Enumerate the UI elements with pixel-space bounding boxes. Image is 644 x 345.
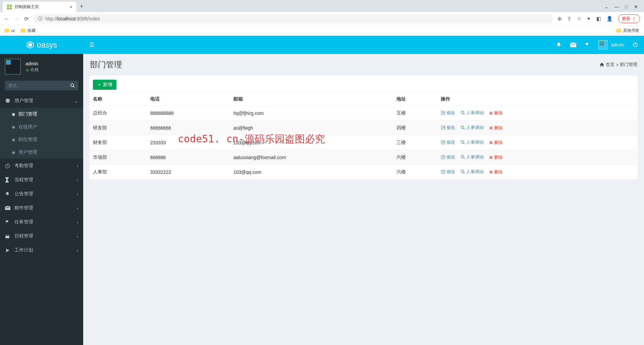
- graduation-icon: [5, 98, 11, 103]
- bookmark-item[interactable]: 收藏: [21, 28, 36, 33]
- transfer-link[interactable]: 人事调动: [461, 154, 484, 160]
- svg-marker-5: [28, 43, 32, 47]
- reload-button[interactable]: ⟳: [24, 16, 29, 22]
- table-row: 研发部 66666666 as@fwgh 四楼 修改 人事调动 删除: [90, 121, 638, 135]
- brand-text: oasys: [37, 41, 57, 50]
- logo-icon: [26, 41, 34, 49]
- table-header: 电话: [147, 93, 230, 106]
- topbar-user[interactable]: admin: [598, 40, 624, 50]
- delete-link[interactable]: 删除: [489, 140, 503, 146]
- minimize-icon[interactable]: ―: [614, 4, 619, 9]
- search-icon[interactable]: [70, 83, 75, 88]
- table-row: 财务部 233333 153@qq.com 三楼 修改 人事调动 删除: [90, 135, 638, 150]
- edit-link[interactable]: 修改: [441, 125, 455, 131]
- delete-link[interactable]: 删除: [489, 154, 503, 160]
- sidebar-item-日程管理[interactable]: 日程管理‹: [0, 229, 83, 243]
- bell-icon[interactable]: [556, 42, 561, 48]
- search-icon: [461, 111, 465, 115]
- edit-link[interactable]: 修改: [441, 110, 455, 116]
- sidebar-item-公告管理[interactable]: 公告管理‹: [0, 187, 83, 201]
- search-icon: [461, 155, 465, 159]
- transfer-link[interactable]: 人事调动: [461, 125, 484, 131]
- svg-line-24: [464, 128, 465, 130]
- broken-image-icon: [599, 41, 604, 46]
- sidebar-subitem-在线用户[interactable]: ◉在线用户: [0, 121, 83, 133]
- transfer-link[interactable]: 人事调动: [461, 169, 484, 175]
- tab-title: 控制面板主页: [15, 4, 39, 10]
- edit-link[interactable]: 修改: [441, 154, 455, 160]
- delete-link[interactable]: 删除: [489, 110, 503, 116]
- power-icon[interactable]: [633, 42, 638, 48]
- svg-rect-0: [7, 5, 9, 7]
- cell-tel: 33332222: [147, 165, 230, 180]
- table-row: 人事部 33332222 103@qq.com 六楼 修改 人事调动 删除: [90, 165, 638, 180]
- chevron-down-icon[interactable]: ⌄: [604, 4, 608, 9]
- sidebar-item-邮件管理[interactable]: 邮件管理‹: [0, 201, 83, 215]
- cell-addr: 五楼: [393, 106, 437, 121]
- zoom-icon[interactable]: ⊕: [557, 16, 562, 22]
- app-root: oasys admin ◉在线 用户管理⌄◉部门管理◉在线用户◉职位管理◉用户管…: [0, 36, 644, 345]
- edit-link[interactable]: 修改: [441, 169, 455, 175]
- transfer-link[interactable]: 人事调动: [461, 110, 484, 116]
- breadcrumb-sep: >: [616, 62, 619, 67]
- svg-line-19: [464, 114, 465, 115]
- home-icon[interactable]: [599, 62, 604, 67]
- hamburger-icon[interactable]: ☰: [89, 42, 94, 49]
- sidebar-item-用户管理[interactable]: 用户管理⌄: [0, 94, 83, 108]
- svg-rect-1: [10, 5, 12, 7]
- table-header: 操作: [437, 93, 638, 106]
- other-bookmarks[interactable]: 其他书签: [616, 28, 639, 33]
- tab-close-icon[interactable]: ×: [70, 4, 72, 10]
- flag-icon[interactable]: [585, 42, 590, 48]
- forward-button[interactable]: →: [14, 16, 19, 22]
- cell-email: hq@fjhirg.com: [230, 106, 393, 121]
- user-status: ◉在线: [25, 67, 39, 73]
- table-header: 名称: [90, 93, 147, 106]
- envelope-icon[interactable]: [570, 43, 576, 47]
- favicon-icon: [7, 4, 12, 10]
- share-icon[interactable]: ⇪: [567, 16, 572, 22]
- cell-name: 市场部: [90, 150, 147, 165]
- sidebar-item-工作计划[interactable]: 工作计划‹: [0, 243, 83, 257]
- search-icon: [461, 140, 465, 145]
- svg-line-34: [464, 158, 465, 159]
- sidebar-item-流程管理[interactable]: 流程管理‹: [0, 173, 83, 187]
- sidebar-item-label: 用户管理: [14, 98, 33, 104]
- add-button[interactable]: ＋新增: [93, 80, 116, 90]
- sidebar-subitem-部门管理[interactable]: ◉部门管理: [0, 108, 83, 121]
- cell-actions: 修改 人事调动 删除: [437, 106, 638, 121]
- back-button[interactable]: ←: [4, 16, 9, 22]
- bookmark-item[interactable]: rx: [5, 28, 15, 33]
- maximize-icon[interactable]: □: [625, 4, 628, 9]
- extensions-icon[interactable]: ✦: [587, 16, 591, 22]
- envelope-icon: [5, 206, 11, 210]
- transfer-link[interactable]: 人事调动: [461, 139, 484, 145]
- new-tab-button[interactable]: +: [76, 1, 87, 12]
- topbar-user-name: admin: [611, 42, 624, 48]
- circle-dot-icon: ◉: [12, 125, 15, 129]
- update-button[interactable]: 更新⋮: [618, 14, 640, 23]
- plus-icon: ＋: [97, 82, 102, 88]
- close-icon: [489, 141, 493, 145]
- url-input[interactable]: ⓘ http://localhost:8088/index: [33, 14, 553, 23]
- sidepanel-icon[interactable]: ◧: [596, 16, 601, 22]
- sidebar-subitem-用户管理[interactable]: ◉用户管理: [0, 146, 83, 159]
- sidebar-subitem-label: 在线用户: [18, 124, 37, 130]
- sidebar-item-考勤管理[interactable]: 考勤管理‹: [0, 159, 83, 173]
- delete-link[interactable]: 删除: [489, 169, 503, 175]
- profile-icon[interactable]: 👤: [606, 16, 613, 22]
- sidebar-subitem-职位管理[interactable]: ◉职位管理: [0, 133, 83, 146]
- edit-link[interactable]: 修改: [441, 139, 455, 145]
- breadcrumb-home[interactable]: 首页: [606, 62, 614, 68]
- browser-tab[interactable]: 控制面板主页 ×: [3, 2, 76, 12]
- sidebar-item-任务管理[interactable]: 任务管理‹: [0, 215, 83, 229]
- brand-logo[interactable]: oasys: [0, 36, 83, 54]
- edit-icon: [441, 111, 445, 115]
- sidebar-search[interactable]: [5, 81, 78, 90]
- close-window-icon[interactable]: ✕: [634, 4, 638, 9]
- svg-point-18: [461, 111, 464, 114]
- search-input[interactable]: [8, 83, 70, 88]
- bookmark-star-icon[interactable]: ☆: [577, 16, 581, 22]
- delete-link[interactable]: 删除: [489, 125, 503, 131]
- avatar[interactable]: [5, 59, 21, 75]
